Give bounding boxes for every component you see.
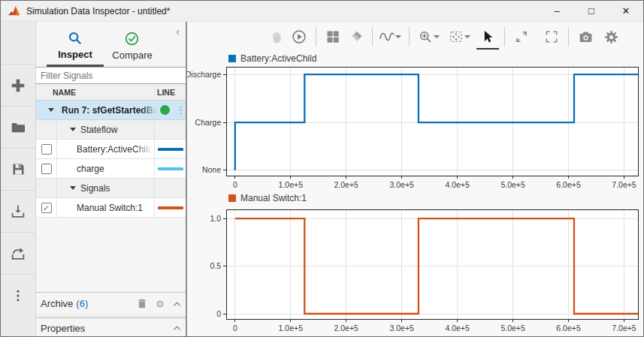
expander-icon[interactable] — [48, 108, 54, 112]
signal-checkbox[interactable] — [41, 164, 52, 174]
run-label: Run 7: sfGetStartedBa — [62, 105, 159, 116]
signal-row-charge[interactable]: charge — [36, 159, 186, 179]
zoom-in-icon — [418, 29, 434, 45]
simulation-data-inspector-window: Simulation Data Inspector - untitled* – … — [0, 0, 644, 337]
group-label: Stateflow — [80, 125, 117, 135]
check-cell: ✓ — [36, 198, 57, 217]
toolbar-separator — [568, 27, 569, 47]
expand-diagonal-icon — [514, 29, 529, 44]
cursor-arrow-icon — [480, 29, 495, 44]
signal-checkbox[interactable]: ✓ — [41, 203, 52, 213]
settings-button[interactable] — [600, 25, 622, 49]
expander-icon[interactable] — [70, 186, 76, 190]
replay-button[interactable] — [288, 25, 310, 49]
signal-style-button[interactable] — [378, 25, 404, 49]
line-cell — [154, 159, 186, 178]
svg-text:2.0e+5: 2.0e+5 — [334, 323, 359, 332]
plot-area: Battery:ActiveChild 01.0e+52.0e+53.0e+54… — [187, 22, 643, 337]
archive-count: (6) — [76, 298, 88, 309]
camera-icon — [578, 29, 594, 45]
save-button[interactable] — [1, 148, 35, 190]
gear-icon — [603, 29, 619, 45]
grid-layout-icon — [325, 29, 340, 44]
properties-section-header[interactable]: Properties — [36, 317, 186, 337]
fit-to-view-button[interactable] — [443, 25, 476, 49]
matlab-logo-icon — [8, 5, 20, 17]
tab-inspect[interactable]: Inspect — [47, 22, 104, 67]
group-row-stateflow[interactable]: Stateflow — [36, 120, 186, 140]
signal-label: charge — [57, 164, 154, 174]
hand-icon — [269, 29, 285, 45]
subplot-layout-button[interactable] — [322, 25, 344, 49]
run-status-dot — [160, 105, 170, 115]
line-cell — [154, 140, 186, 158]
plot-toolbar — [187, 22, 643, 52]
toolbar-separator — [316, 27, 316, 47]
tab-bar: Inspect Compare ‹ — [36, 22, 186, 67]
signal-row-manual-switch[interactable]: ✓ Manual Switch:1 — [36, 198, 186, 218]
toolbar-separator — [409, 27, 410, 47]
clear-subplots-button[interactable] — [344, 25, 367, 49]
signal-line-swatch — [158, 148, 183, 151]
minimize-button[interactable]: – — [540, 1, 574, 21]
titlebar: Simulation Data Inspector - untitled* – … — [1, 1, 643, 22]
trash-icon[interactable] — [137, 298, 147, 309]
export-button[interactable] — [1, 232, 35, 274]
expander-icon[interactable] — [70, 128, 76, 131]
tab-compare[interactable]: Compare — [104, 22, 161, 67]
side-toolbar — [1, 22, 36, 337]
folder-icon — [10, 119, 26, 136]
fullscreen-brackets-icon — [544, 29, 559, 44]
signal-label: Battery:ActiveChild — [57, 144, 154, 155]
collapse-panel-button[interactable]: ‹ — [176, 26, 180, 37]
battery-activechild-chart[interactable]: 01.0e+52.0e+53.0e+54.0e+55.0e+56.0e+57.0… — [187, 52, 643, 188]
run-row[interactable]: Run 7: sfGetStartedBa ⋮ — [36, 101, 186, 120]
pan-tool-button[interactable] — [265, 25, 288, 49]
svg-text:6.0e+5: 6.0e+5 — [556, 323, 581, 332]
expand-plot-button[interactable] — [510, 25, 533, 49]
dropdown-caret-icon — [395, 35, 401, 38]
svg-text:0: 0 — [216, 309, 221, 318]
fullscreen-button[interactable] — [540, 25, 563, 49]
collapse-archive-chevron-icon[interactable] — [173, 301, 181, 307]
svg-text:None: None — [202, 165, 221, 174]
signal-row-battery-activechild[interactable]: Battery:ActiveChild — [36, 140, 186, 159]
snapshot-button[interactable] — [574, 25, 597, 49]
check-cell — [36, 179, 57, 197]
zoom-tool-button[interactable] — [415, 25, 443, 49]
toolbar-separator — [372, 27, 373, 47]
collapse-properties-chevron-icon[interactable] — [173, 325, 181, 331]
svg-text:5.0e+5: 5.0e+5 — [500, 323, 525, 332]
svg-text:Discharge: Discharge — [187, 70, 221, 79]
pointer-tool-button[interactable] — [476, 24, 499, 50]
run-menu-icon[interactable]: ⋮ — [176, 104, 186, 116]
maximize-button[interactable]: □ — [574, 1, 609, 21]
more-options-button[interactable] — [1, 274, 35, 316]
plus-icon — [10, 77, 26, 94]
manual-switch-chart[interactable]: 01.0e+52.0e+53.0e+54.0e+55.0e+56.0e+57.0… — [187, 188, 643, 337]
group-row-signals[interactable]: Signals — [36, 179, 186, 198]
kebab-icon — [11, 288, 26, 303]
dropdown-caret-icon — [434, 35, 440, 38]
import-icon — [10, 203, 26, 220]
add-button[interactable] — [1, 64, 35, 106]
properties-label: Properties — [41, 323, 85, 334]
toolbar-separator — [504, 27, 505, 47]
open-button[interactable] — [1, 106, 35, 148]
window-title: Simulation Data Inspector - untitled* — [26, 6, 170, 17]
svg-text:1.0e+5: 1.0e+5 — [279, 323, 304, 332]
play-circle-icon — [291, 29, 307, 45]
left-panel: Inspect Compare ‹ NAME LINE Run 7 — [36, 22, 186, 337]
eraser-icon — [348, 29, 364, 45]
svg-text:4.0e+5: 4.0e+5 — [445, 323, 470, 332]
signal-checkbox[interactable] — [41, 144, 52, 155]
archive-settings-gear-icon[interactable] — [155, 299, 165, 309]
save-icon — [11, 161, 26, 177]
line-cell — [154, 120, 186, 139]
filter-signals-input[interactable] — [36, 67, 186, 84]
import-button[interactable] — [1, 190, 35, 232]
archive-section-header[interactable]: Archive (6) — [36, 292, 186, 314]
signal-label: Manual Switch:1 — [57, 203, 154, 213]
close-button[interactable]: ✕ — [609, 1, 643, 21]
svg-text:7.0e+5: 7.0e+5 — [612, 323, 636, 332]
